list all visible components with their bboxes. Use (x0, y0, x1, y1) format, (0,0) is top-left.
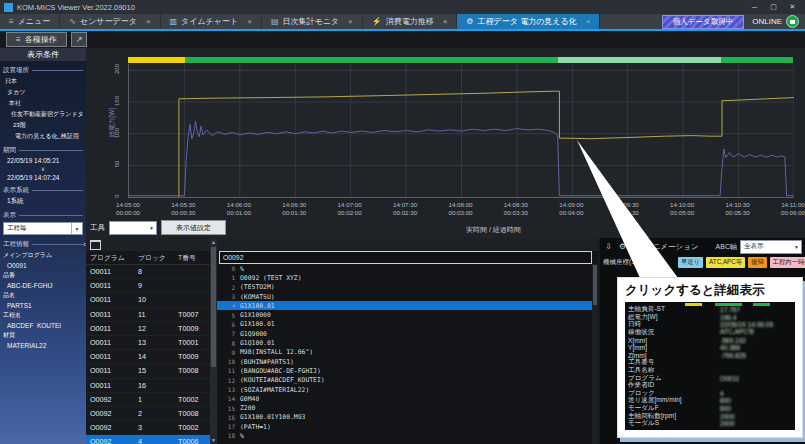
personal-data-button[interactable]: 個人データ取得中 (662, 15, 744, 29)
table-row[interactable]: O00119 (86, 279, 210, 293)
scroll-down-icon[interactable]: ▼ (210, 436, 217, 444)
code-line[interactable]: 2(TESTO2M) (217, 283, 598, 292)
code-line[interactable]: 11(BANGOU#ABC-DE-FGHIJ) (217, 366, 598, 375)
code-line-number: 0 (217, 265, 240, 272)
code-line[interactable]: 14G0M40 (217, 394, 598, 403)
tab-close-icon[interactable]: × (443, 17, 448, 26)
program-id-box[interactable]: O0092 (219, 251, 592, 264)
export-button[interactable]: ↗ (71, 32, 88, 47)
display-mode-select[interactable]: 工程毎 ▼ (3, 222, 83, 235)
table-row[interactable]: O001112T0009 (86, 322, 210, 336)
scroll-thumb[interactable] (211, 247, 216, 367)
table-row[interactable]: O001111T0007 (86, 308, 210, 322)
table-row[interactable]: O00924T0006 (86, 435, 210, 444)
detail-row: Y[mm]40.388 (625, 344, 795, 352)
status-chip[interactable]: 復帰 (748, 257, 767, 268)
table-row[interactable]: O001110 (86, 293, 210, 307)
close-button[interactable]: ✕ (784, 1, 801, 13)
table-row[interactable]: O00921T0002 (86, 393, 210, 407)
gear-icon[interactable]: ⚙ (617, 242, 628, 251)
code-line[interactable]: 12(KOUTEI#ABCDEF_KOUTEI) (217, 376, 598, 385)
code-line[interactable]: 4G1X100.01 (217, 301, 598, 310)
table-cell: O0092 (86, 421, 134, 434)
tool-select[interactable]: ▼ (109, 221, 157, 235)
x-axis-title: 実時間 / 経過時間 (466, 225, 521, 235)
status-chip[interactable]: ATC,APC等 (706, 257, 745, 268)
code-line[interactable]: 10(BUHIN#PARTS1) (217, 357, 598, 366)
tab-label: センサーデータ (80, 16, 137, 27)
chevron-down-icon: ▼ (71, 223, 82, 234)
code-line[interactable]: 8G1Q100.01 (217, 338, 598, 347)
code-line[interactable]: 7G1Q9000 (217, 329, 598, 338)
code-line[interactable]: 5G1X10000 (217, 310, 598, 319)
table-cell: T0001 (174, 336, 210, 349)
location-item[interactable]: 本社 (3, 99, 83, 108)
code-line[interactable]: 3(KOMATSU) (217, 292, 598, 301)
x-tick-elapsed: 00:00:30 (155, 209, 211, 217)
x-tick-elapsed: 00:01:30 (266, 209, 322, 217)
period-from[interactable]: 22/05/19 14:05:21 (7, 157, 83, 164)
code-line[interactable]: 9M98(INSTALL 12.06") (217, 348, 598, 357)
code-line[interactable]: 1O0092 (TEST XYZ) (217, 273, 598, 282)
location-item[interactable]: タカツ (3, 88, 83, 97)
tab-2[interactable]: ∿センサーデータ× (60, 14, 160, 29)
code-line-text: G1X10000 (240, 311, 271, 319)
scroll-up-icon[interactable]: ▲ (210, 238, 217, 246)
table-row[interactable]: O001115T0008 (86, 364, 210, 378)
minimize-button[interactable]: ─ (746, 1, 763, 13)
x-tick-elapsed: 00:06:00 (765, 209, 805, 217)
table-cell: O0011 (86, 336, 134, 349)
code-line-text: (SOZAI#MATERIAL22) (240, 386, 309, 394)
table-cell: O0011 (86, 350, 134, 363)
chart-plot-area[interactable] (128, 64, 794, 198)
tab-close-icon[interactable]: × (247, 17, 252, 26)
tab-3[interactable]: ▥タイムチャート× (161, 14, 262, 29)
display-filter-select[interactable]: 全表示 ▼ (740, 240, 802, 254)
table-row[interactable]: O00118 (86, 265, 210, 279)
detail-label: モーダルS (628, 419, 720, 428)
code-scrollbar[interactable] (592, 264, 598, 444)
tab-5[interactable]: ⚡消費電力推移× (363, 14, 458, 29)
tab-close-icon[interactable]: × (586, 17, 591, 26)
code-line[interactable]: 18% (217, 431, 598, 440)
table-cell (174, 279, 210, 292)
code-line-number: 4 (217, 302, 240, 309)
location-item[interactable]: 23階 (3, 121, 83, 130)
code-line-number: 11 (217, 367, 240, 374)
code-line[interactable]: 17(PATH=1) (217, 422, 598, 431)
table-scrollbar[interactable]: ▲ ▼ (210, 238, 217, 444)
table-cell (174, 293, 210, 306)
location-item[interactable]: 日本 (3, 77, 83, 86)
display-label: 表示 (3, 211, 83, 220)
status-chip[interactable]: 早送り (678, 257, 703, 268)
table-row[interactable]: O001116 (86, 379, 210, 393)
status-chip[interactable]: 工程内一時停止 (770, 257, 805, 268)
code-line[interactable]: 13(SOZAI#MATERIAL22) (217, 385, 598, 394)
table-cell: 8 (134, 265, 174, 278)
tab-6[interactable]: ⚙工程データ 電力の見える化× (457, 14, 600, 29)
display-value-settings-button[interactable]: 表示値設定 (161, 220, 226, 235)
code-line[interactable]: 16G1X100.01Y100.M93 (217, 413, 598, 422)
location-item[interactable]: 電力の見える化_検証用 (3, 132, 83, 141)
tab-close-icon[interactable]: × (348, 17, 353, 26)
download-icon[interactable]: ⇩ (603, 242, 614, 251)
period-to[interactable]: 22/05/19 14:07:24 (7, 174, 83, 181)
table-row[interactable]: O00923T0002 (86, 421, 210, 435)
table-row[interactable]: O001113T0001 (86, 336, 210, 350)
table-row[interactable]: O001114T0009 (86, 350, 210, 364)
table-row[interactable]: O00922T0008 (86, 407, 210, 421)
code-line[interactable]: 6G1X100.01 (217, 320, 598, 329)
x-tick-time: 14:05:30 (155, 201, 211, 209)
power-chart-panel: 総電力[W] 実時間 / 経過時間 工具 ▼ 表示値設定 20015010050… (86, 48, 805, 238)
power-trend-icon: ⚡ (372, 17, 382, 26)
code-line[interactable]: 15Z200 (217, 403, 598, 412)
location-item[interactable]: 住友不動産新宿グランドタワー (3, 110, 83, 119)
code-line[interactable]: 0% (217, 264, 598, 273)
tab-4[interactable]: ▤日次集計モニタ× (262, 14, 363, 29)
maximize-button[interactable]: ▢ (765, 1, 782, 13)
operations-button[interactable]: ≡ 各種操作 (6, 32, 67, 47)
tab-1[interactable]: ≡メニュー (0, 14, 60, 29)
x-tick-elapsed: 00:04:00 (543, 209, 599, 217)
code-line-text: (KOUTEI#ABCDEF_KOUTEI) (240, 376, 325, 384)
tab-close-icon[interactable]: × (146, 17, 151, 26)
